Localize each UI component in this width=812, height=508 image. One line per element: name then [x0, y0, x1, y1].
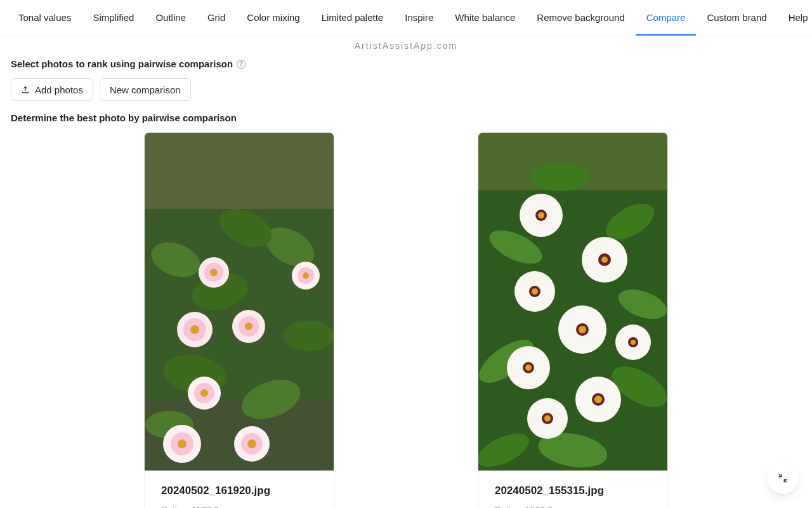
- tab-limited-palette[interactable]: Limited palette: [311, 0, 395, 36]
- card-rating-left: Rating: 1500.0: [161, 505, 317, 508]
- tab-remove-background[interactable]: Remove background: [526, 0, 635, 36]
- minimize-button[interactable]: [768, 464, 798, 494]
- compare-card-left[interactable]: 20240502_161920.jpg Rating: 1500.0: [144, 132, 334, 508]
- tab-white-balance[interactable]: White balance: [444, 0, 526, 36]
- tab-simplified[interactable]: Simplified: [82, 0, 145, 36]
- svg-point-16: [245, 323, 252, 330]
- svg-point-31: [303, 272, 309, 279]
- tab-color-mixing[interactable]: Color mixing: [236, 0, 310, 36]
- svg-point-44: [538, 212, 544, 218]
- tab-grid[interactable]: Grid: [197, 0, 236, 36]
- new-comparison-button[interactable]: New comparison: [100, 78, 191, 101]
- svg-point-25: [247, 439, 256, 448]
- card-rating-right: Rating: 1500.0: [495, 505, 651, 508]
- add-photos-button[interactable]: Add photos: [11, 78, 93, 101]
- svg-point-13: [190, 325, 199, 334]
- svg-point-41: [531, 163, 589, 191]
- section-title-text: Select photos to rank using pairwise com…: [11, 58, 233, 69]
- svg-point-62: [544, 415, 551, 422]
- minimize-icon: [777, 472, 789, 486]
- tab-help[interactable]: Help: [778, 0, 812, 36]
- compare-card-right[interactable]: 20240502_155315.jpg Rating: 1500.0: [478, 132, 668, 508]
- compare-image-left: [145, 133, 334, 471]
- upload-icon: [21, 85, 30, 94]
- tab-inspire[interactable]: Inspire: [394, 0, 444, 36]
- svg-point-28: [200, 389, 208, 397]
- svg-point-50: [532, 288, 538, 295]
- svg-point-65: [631, 340, 636, 345]
- svg-point-19: [210, 269, 218, 276]
- card-filename-right: 20240502_155315.jpg: [495, 485, 651, 497]
- help-circle-icon[interactable]: ?: [237, 60, 246, 69]
- section-title-select: Select photos to rank using pairwise com…: [11, 58, 801, 69]
- button-row: Add photos New comparison: [11, 78, 801, 101]
- brand-subtitle: ArtistAssistApp.com: [0, 41, 812, 51]
- section-title-determine: Determine the best photo by pairwise com…: [11, 112, 801, 123]
- svg-point-59: [594, 396, 602, 403]
- card-filename-left: 20240502_161920.jpg: [161, 485, 317, 497]
- svg-point-22: [178, 439, 187, 448]
- cards-row: 20240502_161920.jpg Rating: 1500.0: [11, 132, 801, 508]
- svg-point-56: [525, 364, 532, 371]
- tabs-bar: Tonal values Simplified Outline Grid Col…: [0, 0, 812, 36]
- svg-rect-1: [145, 133, 334, 209]
- tab-outline[interactable]: Outline: [145, 0, 197, 36]
- svg-point-8: [284, 321, 334, 351]
- new-comparison-label: New comparison: [110, 84, 181, 95]
- compare-image-right: [478, 133, 667, 471]
- tab-tonal-values[interactable]: Tonal values: [8, 0, 82, 36]
- svg-point-47: [601, 257, 608, 263]
- tab-custom-brand[interactable]: Custom brand: [696, 0, 777, 36]
- svg-point-53: [579, 326, 586, 333]
- tab-compare[interactable]: Compare: [636, 0, 697, 36]
- add-photos-label: Add photos: [35, 84, 83, 95]
